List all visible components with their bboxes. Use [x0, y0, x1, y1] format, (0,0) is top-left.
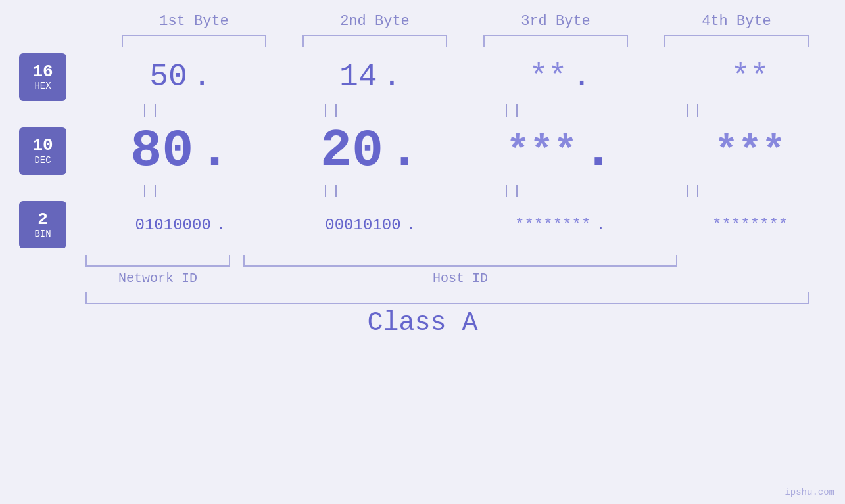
- eq-2-1: ||: [79, 183, 224, 198]
- eq-1-1: ||: [79, 103, 224, 118]
- network-bracket: [85, 255, 230, 267]
- dec-row: 10 DEC 80 . 20 . *** . ***: [0, 121, 845, 181]
- hex-cell-3: ** .: [488, 59, 633, 95]
- dec-badge-number: 10: [32, 136, 53, 155]
- dec-badge-label: DEC: [34, 155, 51, 166]
- dec-dot-3: .: [583, 121, 614, 181]
- bracket-2: [302, 35, 447, 47]
- bin-cell-1: 01010000 .: [108, 216, 253, 234]
- bin-row: 2 BIN 01010000 . 00010100 . ******** . *…: [0, 201, 845, 248]
- watermark: ipshu.com: [785, 487, 834, 497]
- hex-row: 16 HEX 50 . 14 . ** . **: [0, 53, 845, 101]
- eq-2-3: ||: [441, 183, 585, 198]
- dec-value-3: ***: [506, 129, 577, 173]
- dec-dot-1: .: [199, 121, 230, 181]
- byte-label-4: 4th Byte: [664, 13, 809, 30]
- bin-cell-2: 00010100 .: [298, 216, 443, 234]
- bin-values-row: 01010000 . 00010100 . ******** . *******…: [85, 216, 845, 234]
- byte-label-1: 1st Byte: [122, 13, 266, 30]
- hex-dot-2: .: [383, 59, 402, 95]
- hex-badge-number: 16: [32, 62, 53, 81]
- byte-labels-row: 1st Byte 2nd Byte 3rd Byte 4th Byte: [104, 13, 827, 30]
- hex-dot-1: .: [193, 59, 212, 95]
- hex-value-1: 50: [149, 59, 187, 95]
- dec-cell-2: 20 .: [298, 121, 443, 181]
- dec-value-4: ***: [715, 129, 786, 173]
- hex-cell-1: 50 .: [108, 59, 253, 95]
- hex-values-row: 50 . 14 . ** . **: [85, 59, 845, 95]
- hex-badge: 16 HEX: [19, 53, 66, 101]
- hex-dot-3: .: [572, 59, 591, 95]
- dec-badge-area: 10 DEC: [0, 127, 85, 175]
- bin-value-2: 00010100: [325, 216, 400, 234]
- host-id-label: Host ID: [243, 271, 677, 286]
- bin-badge-label: BIN: [34, 229, 51, 239]
- network-id-label: Network ID: [85, 271, 230, 286]
- eq-2-2: ||: [260, 183, 404, 198]
- hex-value-2: 14: [339, 59, 377, 95]
- bin-badge: 2 BIN: [19, 201, 66, 248]
- bin-value-3: ********: [515, 216, 591, 234]
- bin-cell-4: ********: [678, 216, 823, 234]
- bottom-section: Network ID Host ID Class A: [0, 255, 845, 338]
- eq-1-3: ||: [441, 103, 585, 118]
- eq-2-4: ||: [621, 183, 766, 198]
- dec-value-1: 80: [130, 121, 193, 181]
- bin-dot-3: .: [596, 216, 605, 234]
- eq-1-2: ||: [260, 103, 404, 118]
- bin-badge-number: 2: [37, 210, 48, 229]
- full-bracket: [85, 292, 809, 304]
- dec-badge: 10 DEC: [19, 127, 66, 175]
- top-bracket-row: [104, 35, 827, 47]
- hex-cell-4: **: [678, 59, 823, 95]
- dec-cell-1: 80 .: [108, 121, 253, 181]
- hex-badge-label: HEX: [34, 81, 51, 91]
- main-container: 1st Byte 2nd Byte 3rd Byte 4th Byte 16 H…: [0, 0, 845, 504]
- hex-cell-2: 14 .: [298, 59, 443, 95]
- dec-cell-3: *** .: [488, 121, 633, 181]
- hex-value-4: **: [731, 59, 769, 95]
- byte-label-3: 3rd Byte: [483, 13, 628, 30]
- eq-1-4: ||: [621, 103, 766, 118]
- bin-badge-area: 2 BIN: [0, 201, 85, 248]
- class-label: Class A: [0, 308, 845, 338]
- dec-dot-2: .: [389, 121, 420, 181]
- dec-value-2: 20: [320, 121, 383, 181]
- hex-value-3: **: [529, 59, 567, 95]
- host-bracket: [243, 255, 677, 267]
- bracket-4: [664, 35, 809, 47]
- dec-values-row: 80 . 20 . *** . ***: [85, 121, 845, 181]
- equals-row-2: || || || ||: [61, 183, 785, 198]
- bin-value-4: ********: [712, 216, 788, 234]
- hex-badge-area: 16 HEX: [0, 53, 85, 101]
- equals-row-1: || || || ||: [61, 103, 785, 118]
- bin-value-1: 01010000: [135, 216, 211, 234]
- bracket-1: [122, 35, 266, 47]
- bin-cell-3: ******** .: [488, 216, 633, 234]
- bin-dot-1: .: [216, 216, 226, 234]
- byte-label-2: 2nd Byte: [302, 13, 447, 30]
- dec-cell-4: ***: [678, 129, 823, 173]
- bracket-3: [483, 35, 628, 47]
- bin-dot-2: .: [406, 216, 416, 234]
